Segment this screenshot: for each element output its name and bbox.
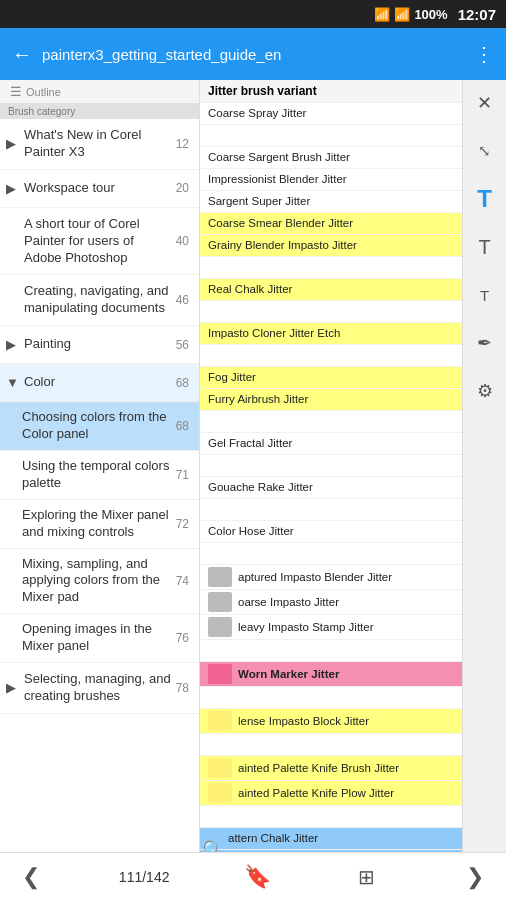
toolbar: ← painterx3_getting_started_guide_en ⋮ xyxy=(0,28,506,80)
toc-page-workspace: 20 xyxy=(176,181,189,195)
toc-item-painting[interactable]: ▶ Painting 56 xyxy=(0,326,199,364)
brush-row-spacer-2 xyxy=(200,257,462,279)
toc-subpage-opening: 76 xyxy=(176,631,189,645)
toc-sublabel-mixing: Mixing, sampling, and applying colors fr… xyxy=(22,556,176,607)
brush-row-spacer-4 xyxy=(200,345,462,367)
toc-page-color: 68 xyxy=(176,376,189,390)
expand-arrow-painting: ▶ xyxy=(6,337,24,352)
brush-row-spacer-10 xyxy=(200,687,462,709)
toc-subpage-temporal: 71 xyxy=(176,468,189,482)
status-bar: 📶 📶 100% 12:07 xyxy=(0,0,506,28)
toc-subitem-choosing-colors[interactable]: Choosing colors from the Color panel 68 xyxy=(0,402,199,451)
page-title: painterx3_getting_started_guide_en xyxy=(42,46,464,63)
brush-row-gouache-rake: Gouache Rake Jitter xyxy=(200,477,462,499)
brush-thumb-1 xyxy=(208,567,232,587)
toc-page-short-tour: 40 xyxy=(176,234,189,248)
page-indicator: 111/142 xyxy=(119,869,170,885)
brush-row-painted-knife-plow: ainted Palette Knife Plow Jitter xyxy=(200,781,462,806)
toc-label-painting: Painting xyxy=(24,336,172,353)
toc-label-color: Color xyxy=(24,374,172,391)
toc-label-short-tour: A short tour of Corel Painter for users … xyxy=(24,216,172,267)
brush-row-coarse-impasto: oarse Impasto Jitter xyxy=(200,590,462,615)
brush-thumb-4 xyxy=(208,664,232,684)
brush-thumb-6 xyxy=(208,758,232,778)
close-panel-icon[interactable]: ✕ xyxy=(468,86,502,120)
toc-subitem-opening-images[interactable]: Opening images in the Mixer panel 76 xyxy=(0,614,199,663)
text-medium-icon[interactable]: T xyxy=(468,230,502,264)
right-icons-panel: ✕ ⤡ T T T ✒ ⚙ xyxy=(462,80,506,852)
brush-row-0: Coarse Spray Jitter xyxy=(200,103,462,125)
expand-arrow-brushes: ▶ xyxy=(6,680,24,695)
brush-category-label: Brush category xyxy=(0,104,199,119)
brush-row-gel-fractal: Gel Fractal Jitter xyxy=(200,433,462,455)
toc-subitem-temporal[interactable]: Using the temporal colors palette 71 xyxy=(0,451,199,500)
bottom-bar: ❮ 111/142 🔖 ⊞ ❯ xyxy=(0,852,506,900)
brush-row-squiggly-chalk: quiggly Pattern Chalk Jitter xyxy=(200,850,462,852)
bookmark-button[interactable]: 🔖 xyxy=(236,859,278,895)
brush-row-coarse-smear: Coarse Smear Blender Jitter xyxy=(200,213,462,235)
expand-arrow-workspace: ▶ xyxy=(6,181,24,196)
toc-panel: ☰ Outline Brush category ▶ What's New in… xyxy=(0,80,200,852)
search-icon: 🔍 xyxy=(202,839,224,852)
toc-subpage-mixing: 74 xyxy=(176,574,189,588)
toc-label-brushes: Selecting, managing, and creating brushe… xyxy=(24,671,172,705)
toc-subpage-choosing-colors: 68 xyxy=(176,419,189,433)
toc-label-whats-new: What's New in Corel Painter X3 xyxy=(24,127,172,161)
brush-row-impressionist: Impressionist Blender Jitter xyxy=(200,169,462,191)
brush-name-0: Coarse Spray Jitter xyxy=(208,105,454,121)
toc-item-color[interactable]: ▼ Color 68 xyxy=(0,364,199,402)
text-small-icon[interactable]: T xyxy=(468,278,502,312)
content-page: Jitter brush variant Coarse Spray Jitter… xyxy=(200,80,506,852)
brush-thumb-7 xyxy=(208,783,232,803)
next-page-button[interactable]: ❯ xyxy=(454,859,496,895)
back-button[interactable]: ← xyxy=(12,43,32,66)
brush-row-spacer-3 xyxy=(200,301,462,323)
toc-subitem-exploring-mixer[interactable]: Exploring the Mixer panel and mixing con… xyxy=(0,500,199,549)
toc-label-workspace: Workspace tour xyxy=(24,180,172,197)
brush-row-pattern-chalk: attern Chalk Jitter xyxy=(200,828,462,850)
toc-label-creating: Creating, navigating, and manipulating d… xyxy=(24,283,172,317)
toc-item-selecting-brushes[interactable]: ▶ Selecting, managing, and creating brus… xyxy=(0,663,199,714)
toc-page-whats-new: 12 xyxy=(176,137,189,151)
battery-indicator: 100% xyxy=(414,7,447,22)
wifi-icon: 📶 xyxy=(374,7,390,22)
toc-page-brushes: 78 xyxy=(176,681,189,695)
settings-icon[interactable]: ⚙ xyxy=(468,374,502,408)
toc-sublabel-exploring: Exploring the Mixer panel and mixing con… xyxy=(22,507,176,541)
outline-label: Outline xyxy=(26,86,61,98)
toc-subpage-exploring: 72 xyxy=(176,517,189,531)
brush-row-spacer-8 xyxy=(200,543,462,565)
toc-sublabel-opening: Opening images in the Mixer panel xyxy=(22,621,176,655)
toc-sublabel-temporal: Using the temporal colors palette xyxy=(22,458,176,492)
content-panel: Jitter brush variant Coarse Spray Jitter… xyxy=(200,80,506,852)
more-options-button[interactable]: ⋮ xyxy=(474,42,494,66)
brush-row-spacer-7 xyxy=(200,499,462,521)
toc-item-whats-new[interactable]: ▶ What's New in Corel Painter X3 12 xyxy=(0,119,199,170)
expand-arrow-whats-new: ▶ xyxy=(6,136,24,151)
brush-row-captured-impasto: aptured Impasto Blender Jitter xyxy=(200,565,462,590)
brush-row-spacer-6 xyxy=(200,455,462,477)
clock: 12:07 xyxy=(458,6,496,23)
brush-header-row: Jitter brush variant xyxy=(200,80,462,103)
pen-icon[interactable]: ✒ xyxy=(468,326,502,360)
brush-row-real-chalk: Real Chalk Jitter xyxy=(200,279,462,301)
status-icons: 📶 📶 100% xyxy=(374,7,447,22)
brush-row-spacer-9 xyxy=(200,640,462,662)
brush-row-spacer-11 xyxy=(200,734,462,756)
main-layout: ☰ Outline Brush category ▶ What's New in… xyxy=(0,80,506,852)
brush-row-color-hose: Color Hose Jitter xyxy=(200,521,462,543)
brush-row-grainy-blender: Grainy Blender Impasto Jitter xyxy=(200,235,462,257)
toc-item-short-tour[interactable]: A short tour of Corel Painter for users … xyxy=(0,208,199,276)
toc-item-workspace-tour[interactable]: ▶ Workspace tour 20 xyxy=(0,170,199,208)
brush-variant-header: Jitter brush variant xyxy=(208,84,317,98)
prev-page-button[interactable]: ❮ xyxy=(10,859,52,895)
expand-arrow-color: ▼ xyxy=(6,375,24,390)
list-icon: ☰ xyxy=(10,84,22,99)
toc-item-creating[interactable]: Creating, navigating, and manipulating d… xyxy=(0,275,199,326)
brush-row-painted-knife-brush: ainted Palette Knife Brush Jitter xyxy=(200,756,462,781)
grid-view-button[interactable]: ⊞ xyxy=(345,859,387,895)
content-inner[interactable]: Jitter brush variant Coarse Spray Jitter… xyxy=(200,80,506,852)
text-large-icon[interactable]: T xyxy=(468,182,502,216)
compress-icon[interactable]: ⤡ xyxy=(468,134,502,168)
toc-subitem-mixing[interactable]: Mixing, sampling, and applying colors fr… xyxy=(0,549,199,615)
